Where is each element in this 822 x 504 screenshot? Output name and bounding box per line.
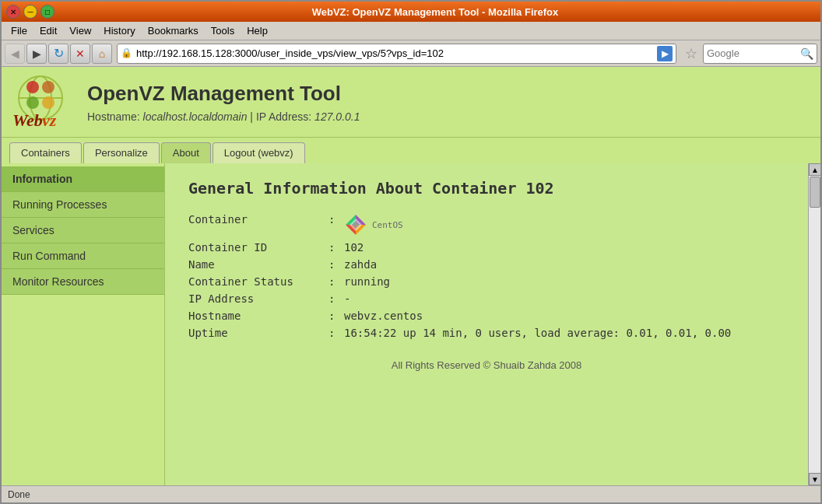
sep-ip: :	[328, 292, 344, 305]
sep-uptime: :	[328, 327, 344, 339]
tab-personalize[interactable]: Personalize	[83, 142, 160, 163]
maximize-button[interactable]: □	[40, 5, 54, 19]
scroll-track	[809, 176, 820, 473]
scroll-thumb[interactable]	[810, 177, 820, 208]
status-bar: Done	[2, 485, 820, 502]
sidebar: Information Running Processes Services R…	[2, 163, 165, 485]
label-name: Name	[188, 258, 328, 271]
info-row-hostname: Hostname : webvz.centos	[188, 310, 785, 322]
info-row-status: Container Status : running	[188, 275, 785, 288]
close-button[interactable]: ✕	[6, 5, 20, 19]
svg-point-4	[42, 81, 54, 93]
info-row-uptime: Uptime : 16:54:22 up 14 min, 0 users, lo…	[188, 327, 785, 339]
hostname-label: Hostname:	[87, 110, 140, 123]
content-with-scroll: General Information About Container 102 …	[165, 163, 820, 485]
url-icon: 🔒	[121, 47, 133, 60]
footer-text: All Rights Reserved © Shuaib Zahda 2008	[392, 359, 581, 371]
scroll-up-button[interactable]: ▲	[809, 163, 820, 176]
header-sep: |	[250, 110, 256, 123]
menu-bar: File Edit View History Bookmarks Tools H…	[2, 22, 820, 40]
value-hostname: webvz.centos	[344, 310, 423, 322]
label-container: Container	[188, 213, 328, 236]
header-title: OpenVZ Management Tool	[87, 82, 805, 106]
hostname-value: localhost.localdomain	[143, 110, 248, 123]
svg-text:vz: vz	[42, 110, 57, 129]
status-text: Done	[8, 489, 30, 500]
sidebar-item-services[interactable]: Services	[2, 218, 164, 243]
forward-button[interactable]: ▶	[26, 44, 47, 64]
sidebar-item-running-processes[interactable]: Running Processes	[2, 192, 164, 218]
url-bar-container: 🔒 ▶	[117, 44, 676, 64]
logo-area: Web vz	[9, 75, 72, 129]
menu-bookmarks[interactable]: Bookmarks	[142, 23, 205, 38]
value-ip: -	[344, 292, 350, 305]
sidebar-item-information[interactable]: Information	[2, 166, 164, 192]
sidebar-item-monitor-resources[interactable]: Monitor Resources	[2, 269, 164, 295]
info-row-ip: IP Address : -	[188, 292, 785, 305]
menu-history[interactable]: History	[97, 23, 141, 38]
sep-status: :	[328, 275, 344, 288]
tab-logout[interactable]: Logout (webvz)	[213, 142, 305, 163]
page-content: Web vz OpenVZ Management Tool Hostname: …	[2, 67, 820, 485]
label-ip: IP Address	[188, 292, 328, 305]
tab-about[interactable]: About	[161, 142, 211, 163]
menu-view[interactable]: View	[63, 23, 97, 38]
tab-containers[interactable]: Containers	[9, 142, 82, 163]
centos-icon	[344, 213, 367, 236]
url-input[interactable]	[136, 47, 657, 59]
label-hostname: Hostname	[188, 310, 328, 322]
tabs-bar: Containers Personalize About Logout (web…	[2, 138, 820, 163]
content-title: General Information About Container 102	[188, 179, 785, 198]
svg-point-3	[26, 81, 39, 93]
info-row-container: Container :	[188, 213, 785, 236]
title-bar: ✕ ─ □ WebVZ: OpenVZ Management Tool - Mo…	[2, 2, 820, 22]
sep-hostname: :	[328, 310, 344, 322]
svg-point-6	[42, 96, 54, 109]
value-uptime: 16:54:22 up 14 min, 0 users, load averag…	[344, 327, 731, 339]
back-button[interactable]: ◀	[5, 44, 25, 64]
minimize-button[interactable]: ─	[23, 5, 37, 19]
menu-edit[interactable]: Edit	[33, 23, 63, 38]
label-status: Container Status	[188, 275, 328, 288]
browser-window: ✕ ─ □ WebVZ: OpenVZ Management Tool - Mo…	[0, 0, 822, 504]
menu-tools[interactable]: Tools	[205, 23, 241, 38]
svg-point-5	[26, 96, 39, 109]
centos-label: CentOS	[372, 220, 403, 230]
window-title: WebVZ: OpenVZ Management Tool - Mozilla …	[54, 6, 816, 18]
scroll-down-button[interactable]: ▼	[809, 473, 820, 485]
search-bar: 🔍	[703, 44, 817, 64]
value-container: CentOS	[344, 213, 403, 236]
sep-name: :	[328, 258, 344, 271]
content-area: General Information About Container 102 …	[165, 163, 808, 485]
sep-container-id: :	[328, 241, 344, 254]
stop-button[interactable]: ✕	[70, 44, 90, 64]
sidebar-item-run-command[interactable]: Run Command	[2, 243, 164, 269]
value-status: running	[344, 275, 390, 288]
ip-label: IP Address:	[256, 110, 311, 123]
svg-text:Web: Web	[12, 110, 43, 129]
webvz-logo: Web vz	[9, 75, 72, 129]
nav-bar: ◀ ▶ ↻ ✕ ⌂ 🔒 ▶ ☆ 🔍	[2, 40, 820, 67]
scrollbar[interactable]: ▲ ▼	[808, 163, 820, 485]
info-row-name: Name : zahda	[188, 258, 785, 271]
menu-file[interactable]: File	[5, 23, 33, 38]
label-container-id: Container ID	[188, 241, 328, 254]
label-uptime: Uptime	[188, 327, 328, 339]
sep-container: :	[328, 213, 344, 236]
main-layout: Information Running Processes Services R…	[2, 163, 820, 485]
value-name: zahda	[344, 258, 377, 271]
header-subtitle: Hostname: localhost.localdomain | IP Add…	[87, 110, 805, 123]
page-footer: All Rights Reserved © Shuaib Zahda 2008	[188, 344, 785, 387]
bookmark-button[interactable]: ☆	[681, 44, 701, 64]
ip-value: 127.0.0.1	[314, 110, 360, 123]
value-container-id: 102	[344, 241, 364, 254]
refresh-button[interactable]: ↻	[48, 44, 68, 64]
url-go-button[interactable]: ▶	[657, 46, 673, 61]
search-input[interactable]	[707, 47, 800, 59]
home-button[interactable]: ⌂	[92, 44, 112, 64]
menu-help[interactable]: Help	[241, 23, 274, 38]
info-table: Container :	[188, 213, 785, 339]
window-controls: ✕ ─ □	[6, 5, 54, 19]
search-button[interactable]: 🔍	[800, 47, 813, 60]
info-row-container-id: Container ID : 102	[188, 241, 785, 254]
